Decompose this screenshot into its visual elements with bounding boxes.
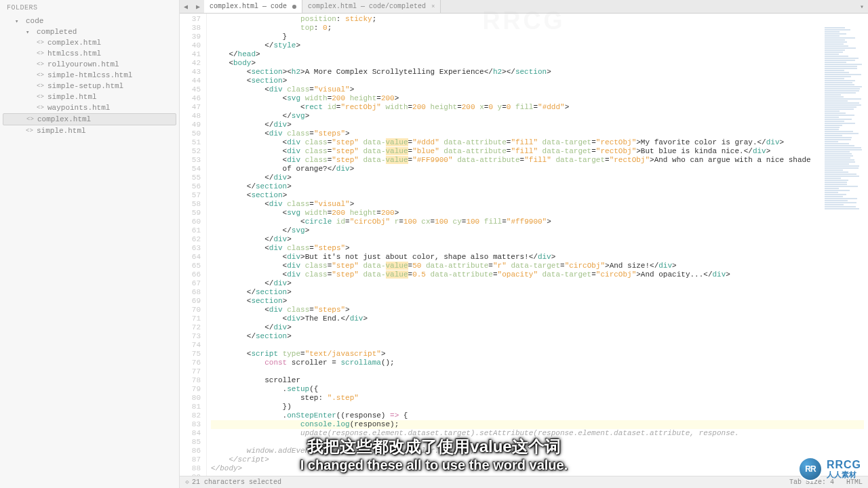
status-selection: 21 characters selected [192, 479, 281, 486]
file-icon: <> [37, 94, 45, 100]
tab-dropdown-button[interactable]: ▾ [856, 1, 868, 13]
tree-item-label: simple-setup.html [47, 82, 123, 90]
folder-icon: ▾ [15, 18, 23, 25]
file-icon: <> [37, 72, 45, 79]
logo-watermark: RR RRCG 人人素材 [798, 457, 861, 481]
folder-tree[interactable]: ▾code▾completed<>complex.html<>htmlcss.h… [0, 16, 179, 488]
tree-item-label: complex.html [37, 115, 91, 123]
file-complex-html[interactable]: <>complex.html [3, 113, 176, 125]
file-simple-html[interactable]: <>simple.html [3, 92, 176, 102]
line-gutter: 3738394041424344454647484950515253545556… [180, 14, 207, 476]
tree-item-label: complex.html [47, 39, 101, 47]
logo-icon: RR [798, 457, 823, 481]
file-waypoints-html[interactable]: <>waypoints.html [3, 102, 176, 113]
file-icon: <> [37, 50, 45, 57]
folder-code[interactable]: ▾code [3, 16, 176, 26]
file-icon: <> [37, 61, 45, 68]
tab-bar: ◀ ▶ complex.html — codecomplex.html — co… [180, 0, 868, 14]
tab-next-button[interactable]: ▶ [192, 1, 204, 13]
tree-item-label: simple-htmlcss.html [47, 71, 132, 79]
sidebar: FOLDERS ▾code▾completed<>complex.html<>h… [0, 0, 180, 488]
tree-item-label: htmlcss.html [47, 49, 101, 58]
file-icon: <> [26, 127, 34, 134]
sidebar-header: FOLDERS [0, 0, 179, 16]
file-rollyourown-html[interactable]: <>rollyourown.html [3, 59, 176, 70]
logo-line2: 人人素材 [827, 471, 861, 479]
tab-complex-html-code-completed[interactable]: complex.html — code/completed× [302, 0, 441, 13]
file-htmlcss-html[interactable]: <>htmlcss.html [3, 48, 176, 59]
tree-item-label: simple.html [37, 127, 86, 135]
file-icon: <> [37, 83, 45, 89]
main-area: ◀ ▶ complex.html — codecomplex.html — co… [180, 0, 868, 488]
close-icon[interactable]: × [431, 3, 435, 10]
tab-label: complex.html — code [210, 3, 287, 10]
file-icon: <> [26, 116, 35, 123]
tree-item-label: code [26, 17, 43, 25]
status-bar: ⟐ 21 characters selected Tab Size: 4 HTM… [180, 476, 868, 488]
status-icon: ⟐ [185, 479, 189, 486]
logo-text: RRCG 人人素材 [827, 460, 861, 479]
folder-completed[interactable]: ▾completed [3, 26, 176, 37]
file-simple-setup-html[interactable]: <>simple-setup.html [3, 81, 176, 92]
logo-line1: RRCG [827, 460, 861, 471]
code-content[interactable]: position: sticky; top: 0; } </style> </h… [207, 14, 868, 476]
file-icon: <> [37, 104, 45, 111]
folder-icon: ▾ [26, 28, 34, 36]
file-simple-html[interactable]: <>simple.html [3, 125, 176, 136]
tree-item-label: rollyourown.html [47, 60, 119, 68]
code-editor[interactable]: 3738394041424344454647484950515253545556… [180, 14, 868, 476]
tree-item-label: simple.html [47, 93, 97, 101]
tree-item-label: completed [37, 28, 77, 36]
modified-dot-icon [292, 5, 296, 9]
file-icon: <> [37, 39, 45, 46]
tab-complex-html-code[interactable]: complex.html — code [204, 0, 302, 13]
tab-prev-button[interactable]: ◀ [180, 1, 192, 13]
tab-label: complex.html — code/completed [308, 3, 426, 10]
file-complex-html[interactable]: <>complex.html [3, 37, 176, 48]
tree-item-label: waypoints.html [47, 104, 110, 112]
file-simple-htmlcss-html[interactable]: <>simple-htmlcss.html [3, 70, 176, 81]
